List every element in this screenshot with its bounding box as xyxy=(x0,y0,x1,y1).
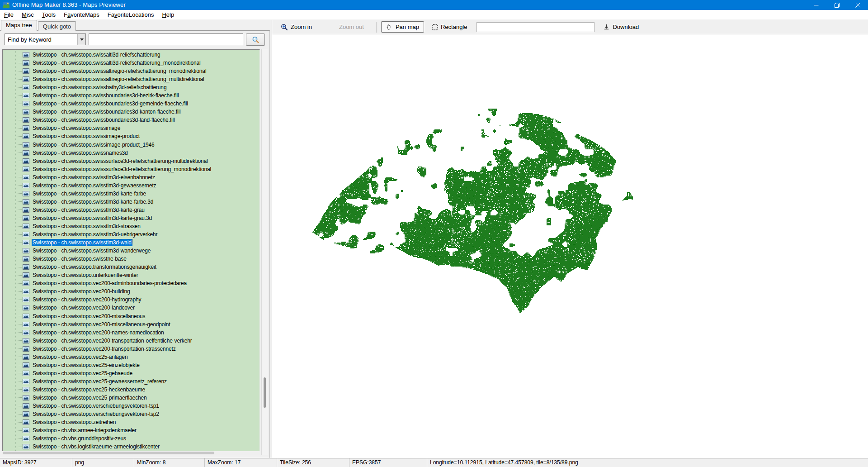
tree-row[interactable]: Swisstopo - ch.swisstopo.transformations… xyxy=(3,263,259,271)
zoom-in-button[interactable]: Zoom in xyxy=(277,21,316,33)
tree-row[interactable]: Swisstopo - ch.swisstopo.swisstlm3d-kart… xyxy=(3,198,259,206)
menu-item-file[interactable]: File xyxy=(0,10,18,20)
tree-row[interactable]: Swisstopo - ch.swisstopo.swisstlm3d-wand… xyxy=(3,247,259,255)
search-input[interactable] xyxy=(89,33,243,45)
tree-row[interactable]: Swisstopo - ch.swisstopo.zeitreihen xyxy=(3,418,259,426)
tree-connector xyxy=(16,251,22,251)
tree-row[interactable]: Swisstopo - ch.swisstopo.vec25-primaerfl… xyxy=(3,394,259,402)
tree-row[interactable]: Swisstopo - ch.swisstopo.swisssurface3d-… xyxy=(3,165,259,173)
map-layer-icon xyxy=(23,322,29,327)
search-button[interactable] xyxy=(246,33,265,46)
tree-connector xyxy=(16,348,22,349)
tab-row: Maps tree Quick goto xyxy=(1,20,77,31)
tree-row[interactable]: Swisstopo - ch.swisstopo.vec200-hydrogra… xyxy=(3,295,259,304)
tree-connector xyxy=(16,63,22,63)
menu-item-help[interactable]: Help xyxy=(158,10,178,20)
tree-row[interactable]: Swisstopo - ch.swisstopo.swisssurface3d-… xyxy=(3,157,259,165)
tree-row[interactable]: Swisstopo - ch.vbs.armee-kriegsdenkmaele… xyxy=(3,426,259,434)
tree-row[interactable]: Swisstopo - ch.swisstopo.swissaltiregio-… xyxy=(3,75,259,83)
menu-item-favoritelocations[interactable]: FavoriteLocations xyxy=(104,10,158,20)
status-cell: EPSG:3857 xyxy=(349,458,427,467)
tree-row[interactable]: Swisstopo - ch.vbs.grunddispositiv-zeus xyxy=(3,434,259,443)
tree-row[interactable]: Swisstopo - ch.swisstopo.vec200-names-na… xyxy=(3,329,259,337)
map-layer-icon xyxy=(23,338,29,343)
tree-row[interactable]: Swisstopo - ch.swisstopo.swisstlm3d-kart… xyxy=(3,190,259,198)
tree-connector xyxy=(16,104,22,104)
search-mode-combobox[interactable]: Find by Keyword xyxy=(5,33,86,45)
menu-item-favoritemaps[interactable]: FavoriteMaps xyxy=(60,10,104,20)
tab-quick-goto[interactable]: Quick goto xyxy=(38,21,76,31)
tree-item-label: Swisstopo - ch.swisstopo.verschiebungsve… xyxy=(32,402,160,410)
tree-row[interactable]: Swisstopo - ch.swisstopo.swisstne-base xyxy=(3,255,259,263)
tree-row[interactable]: Swisstopo - ch.vbs.logistikraeume-armeel… xyxy=(3,443,259,451)
tree-row[interactable]: Swisstopo - ch.swisstopo.vec200-landcove… xyxy=(3,304,259,312)
tree-row[interactable]: Swisstopo - ch.swisstopo.swissaltiregio-… xyxy=(3,67,259,75)
restore-button[interactable] xyxy=(826,0,847,10)
rectangle-button[interactable]: Rectangle xyxy=(428,21,472,33)
tree-row[interactable]: Swisstopo - ch.swisstopo.vec200-adminbou… xyxy=(3,279,259,287)
map-layer-icon xyxy=(23,240,29,245)
tree-row[interactable]: Swisstopo - ch.swisstopo.swisstlm3d-kart… xyxy=(3,214,259,222)
tab-maps-tree[interactable]: Maps tree xyxy=(1,20,37,31)
tree-row[interactable]: Swisstopo - ch.swisstopo.vec25-anlagen xyxy=(3,353,259,361)
tree-row[interactable]: Swisstopo - ch.swisstopo.swissboundaries… xyxy=(3,91,259,100)
tree-connector xyxy=(16,55,22,55)
tree-row[interactable]: Swisstopo - ch.swisstopo.vec25-gewaesser… xyxy=(3,377,259,386)
tree-row[interactable]: Swisstopo - ch.swisstopo.unterkuenfte-wi… xyxy=(3,271,259,279)
tree-row[interactable]: Swisstopo - ch.swisstopo.swisstlm3d-uebr… xyxy=(3,230,259,238)
tree-row[interactable]: Swisstopo - ch.swisstopo.vec25-gebaeude xyxy=(3,369,259,377)
map-layer-icon xyxy=(23,52,29,57)
tree-horizontal-scrollbar[interactable] xyxy=(2,451,260,455)
zoom-out-button[interactable]: Zoom out xyxy=(335,21,368,33)
tree-row[interactable]: Swisstopo - ch.swisstopo.vec200-miscella… xyxy=(3,312,259,320)
tree-row[interactable]: Swisstopo - ch.swisstopo.vec200-transpor… xyxy=(3,337,259,345)
tree-row[interactable]: Swisstopo - ch.swisstopo.swissimage-prod… xyxy=(3,132,259,140)
tree-row[interactable]: Swisstopo - ch.swisstopo.swissboundaries… xyxy=(3,108,259,116)
tree-hscroll-thumb[interactable] xyxy=(3,452,214,454)
map-layer-icon xyxy=(23,150,29,156)
close-button[interactable] xyxy=(847,0,868,10)
tree-row[interactable]: Swisstopo - ch.swisstopo.vec200-transpor… xyxy=(3,345,259,353)
tree-row[interactable]: Swisstopo - ch.swisstopo.vec200-building xyxy=(3,287,259,295)
tree-row[interactable]: Swisstopo - ch.swisstopo.swisstlm3d-eise… xyxy=(3,173,259,181)
combo-dropdown-button[interactable] xyxy=(77,34,85,45)
tree-vertical-scrollbar[interactable] xyxy=(261,49,268,455)
tree-row[interactable]: Swisstopo - ch.swisstopo.swissboundaries… xyxy=(3,100,259,108)
tree-row[interactable]: Swisstopo - ch.swisstopo.swissbathy3d-re… xyxy=(3,83,259,91)
tree-row[interactable]: Swisstopo - ch.swisstopo.swissalti3d-rel… xyxy=(3,51,259,59)
tree-row[interactable]: Swisstopo - ch.swisstopo.swisstlm3d-wald xyxy=(3,238,259,247)
map-view[interactable] xyxy=(272,34,868,458)
minimize-button[interactable] xyxy=(806,0,826,10)
map-layer-icon xyxy=(23,125,29,131)
tree-item-label: Swisstopo - ch.swisstopo.vec200-miscella… xyxy=(32,321,171,328)
tree-row[interactable]: Swisstopo - ch.swisstopo.swisstlm3d-kart… xyxy=(3,206,259,214)
tree-item-label: Swisstopo - ch.swisstopo.unterkuenfte-wi… xyxy=(32,272,139,279)
tree-row[interactable]: Swisstopo - ch.swisstopo.swissimage xyxy=(3,124,259,132)
tree-row[interactable]: Swisstopo - ch.swisstopo.vec25-einzelobj… xyxy=(3,361,259,369)
tree-item-label: Swisstopo - ch.swisstopo.swisssurface3d-… xyxy=(32,157,209,165)
tree-row[interactable]: Swisstopo - ch.swisstopo.vec200-miscella… xyxy=(3,320,259,329)
pan-map-button[interactable]: Pan map xyxy=(381,21,424,33)
download-button[interactable]: Download xyxy=(599,21,643,33)
tree-vscroll-thumb[interactable] xyxy=(264,377,266,408)
tree-row[interactable]: Swisstopo - ch.swisstopo.verschiebungsve… xyxy=(3,402,259,410)
tree-connector xyxy=(16,79,22,80)
tree-row[interactable]: Swisstopo - ch.swisstopo.swissboundaries… xyxy=(3,116,259,124)
tree-connector xyxy=(16,324,22,324)
map-canvas[interactable] xyxy=(272,34,868,458)
toolbar-coordinate-field[interactable] xyxy=(476,22,594,32)
tree-row[interactable]: Swisstopo - ch.swisstopo.swissnames3d xyxy=(3,149,259,157)
tree-row[interactable]: Swisstopo - ch.swisstopo.swisstlm3d-gewa… xyxy=(3,181,259,190)
tree-row[interactable]: Swisstopo - ch.swisstopo.swissalti3d-rel… xyxy=(3,59,259,67)
tree-row[interactable]: Swisstopo - ch.swisstopo.vec25-heckenbae… xyxy=(3,386,259,394)
menu-item-misc[interactable]: Misc xyxy=(18,10,38,20)
map-layer-icon xyxy=(23,175,29,180)
tree-item-label: Swisstopo - ch.swisstopo.swissboundaries… xyxy=(32,116,176,124)
rectangle-label: Rectangle xyxy=(441,24,467,30)
menu-item-tools[interactable]: Tools xyxy=(38,10,60,20)
search-icon xyxy=(251,36,259,44)
tree-connector xyxy=(16,430,22,431)
tree-row[interactable]: Swisstopo - ch.swisstopo.verschiebungsve… xyxy=(3,410,259,418)
tree-row[interactable]: Swisstopo - ch.swisstopo.swissimage-prod… xyxy=(3,141,259,149)
tree-row[interactable]: Swisstopo - ch.swisstopo.swisstlm3d-stra… xyxy=(3,222,259,230)
